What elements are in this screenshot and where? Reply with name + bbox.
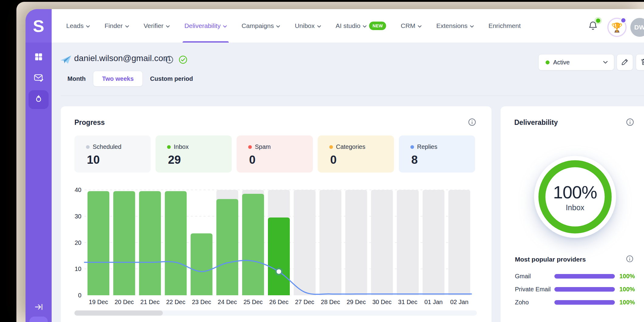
- provider-bar: [554, 287, 615, 292]
- stat-value: 29: [168, 153, 232, 166]
- nav-item-extensions[interactable]: Extensions: [436, 9, 474, 43]
- paper-plane-icon: [60, 55, 72, 66]
- sidebar-item-warmup[interactable]: [29, 90, 49, 109]
- deliverability-card: Deliverability 100% Inbox Most popular p…: [501, 106, 644, 322]
- user-avatar[interactable]: DW: [630, 18, 644, 37]
- stat-label: Scheduled: [93, 143, 122, 150]
- nav-item-label: Verifier: [144, 22, 163, 29]
- provider-value: 100%: [619, 286, 635, 293]
- notification-dot: [596, 19, 600, 23]
- notifications-button[interactable]: [588, 21, 598, 31]
- sidebar-bottom-button[interactable]: [29, 317, 48, 322]
- mail-check-icon: [34, 73, 44, 84]
- svg-text:25 Dec: 25 Dec: [243, 299, 262, 305]
- stat-box-scheduled: Scheduled10: [74, 135, 151, 173]
- nav-item-crm[interactable]: CRM: [401, 9, 422, 43]
- bell-icon: [588, 27, 598, 32]
- nav-item-label: Unibox: [295, 22, 314, 29]
- flame-icon: [34, 94, 43, 105]
- nav-item-label: Enrichment: [488, 22, 521, 29]
- nav-item-label: Campaigns: [242, 22, 274, 29]
- svg-text:20: 20: [75, 239, 81, 246]
- delete-button[interactable]: [636, 54, 644, 70]
- stat-dot: [248, 145, 252, 149]
- svg-text:26 Dec: 26 Dec: [269, 299, 288, 305]
- svg-text:19 Dec: 19 Dec: [89, 299, 108, 305]
- provider-row-gmail: Gmail100%: [515, 272, 644, 281]
- stat-label: Spam: [255, 143, 271, 150]
- progress-chart[interactable]: 01020304019 Dec20 Dec21 Dec22 Dec23 Dec2…: [61, 182, 492, 313]
- dashboard-grid-icon: [34, 52, 43, 63]
- svg-text:24 Dec: 24 Dec: [218, 299, 237, 305]
- progress-card: Progress Scheduled10Inbox29Spam0Categori…: [61, 106, 492, 322]
- app-window: LeadsFinderVerifierDeliverabilityCampaig…: [26, 9, 644, 322]
- providers-list: Gmail100%Private Email100%Zoho100%: [515, 272, 644, 311]
- nav-item-enrichment[interactable]: Enrichment: [488, 9, 521, 43]
- chevron-down-icon: [363, 25, 367, 28]
- chevron-down-icon: [223, 25, 227, 28]
- edit-button[interactable]: [617, 54, 633, 70]
- trophy-icon: 🏆: [611, 22, 622, 33]
- svg-text:27 Dec: 27 Dec: [295, 299, 314, 305]
- stat-box-inbox: Inbox29: [156, 135, 232, 173]
- progress-title: Progress: [74, 118, 105, 127]
- stat-dot: [410, 145, 414, 149]
- chart-scrollbar-thumb[interactable]: [74, 310, 163, 316]
- svg-text:23 Dec: 23 Dec: [192, 299, 211, 305]
- sidebar-item-dashboard[interactable]: [26, 52, 52, 63]
- app-logo[interactable]: S: [26, 9, 52, 43]
- provider-bar: [554, 300, 615, 305]
- stat-dot: [329, 145, 333, 149]
- provider-row-private-email: Private Email100%: [515, 285, 644, 294]
- header-divider: [61, 95, 644, 96]
- achievements-avatar[interactable]: 🏆: [608, 18, 626, 37]
- nav-item-ai-studio[interactable]: AI studioNEW: [336, 9, 386, 43]
- verified-icon[interactable]: [178, 55, 188, 66]
- progress-info-icon[interactable]: [468, 118, 476, 126]
- nav-item-unibox[interactable]: Unibox: [295, 9, 321, 43]
- nav-item-finder[interactable]: Finder: [104, 9, 129, 43]
- pencil-icon: [621, 58, 629, 67]
- tab-two-weeks[interactable]: Two weeks: [93, 71, 143, 87]
- stat-value: 8: [411, 153, 475, 166]
- nav-item-leads[interactable]: Leads: [66, 9, 90, 43]
- deliverability-donut: 100% Inbox: [534, 156, 616, 238]
- donut-label: Inbox: [566, 203, 584, 212]
- providers-title: Most popular providers: [515, 256, 586, 263]
- sidebar-collapse-button[interactable]: [26, 303, 52, 313]
- svg-text:28 Dec: 28 Dec: [321, 299, 340, 305]
- nav-item-label: Extensions: [436, 22, 468, 29]
- stat-box-spam: Spam0: [237, 135, 313, 173]
- nav-item-deliverability[interactable]: Deliverability: [184, 9, 227, 43]
- expand-arrow-icon: [34, 303, 43, 313]
- stat-label: Replies: [417, 143, 437, 150]
- provider-bar: [554, 274, 615, 279]
- provider-value: 100%: [619, 273, 635, 280]
- chevron-down-icon: [317, 25, 321, 28]
- status-label: Active: [553, 59, 570, 66]
- deliverability-title: Deliverability: [514, 118, 558, 127]
- svg-text:01 Jan: 01 Jan: [424, 299, 443, 305]
- tab-month[interactable]: Month: [64, 75, 89, 82]
- achievement-status-dot: [620, 17, 626, 23]
- nav-item-verifier[interactable]: Verifier: [144, 9, 170, 43]
- svg-text:30: 30: [75, 213, 81, 220]
- chevron-down-icon: [470, 25, 474, 28]
- stat-label: Categories: [336, 143, 365, 150]
- svg-text:22 Dec: 22 Dec: [166, 299, 185, 305]
- status-dropdown[interactable]: Active: [538, 54, 614, 70]
- deliverability-info-icon[interactable]: [626, 118, 634, 126]
- chevron-down-icon: [86, 25, 90, 28]
- chart-scrollbar: [74, 310, 477, 316]
- tab-custom-period[interactable]: Custom period: [147, 75, 196, 82]
- clock-icon[interactable]: [165, 55, 174, 65]
- donut-percent: 100%: [553, 182, 597, 202]
- provider-name: Gmail: [515, 273, 554, 280]
- svg-text:21 Dec: 21 Dec: [140, 299, 159, 305]
- sidebar-item-email[interactable]: [26, 73, 52, 84]
- stat-box-categories: Categories0: [318, 135, 394, 173]
- nav-item-campaigns[interactable]: Campaigns: [242, 9, 280, 43]
- new-badge: NEW: [369, 22, 386, 30]
- svg-text:30 Dec: 30 Dec: [372, 299, 392, 305]
- providers-info-icon[interactable]: [626, 255, 634, 263]
